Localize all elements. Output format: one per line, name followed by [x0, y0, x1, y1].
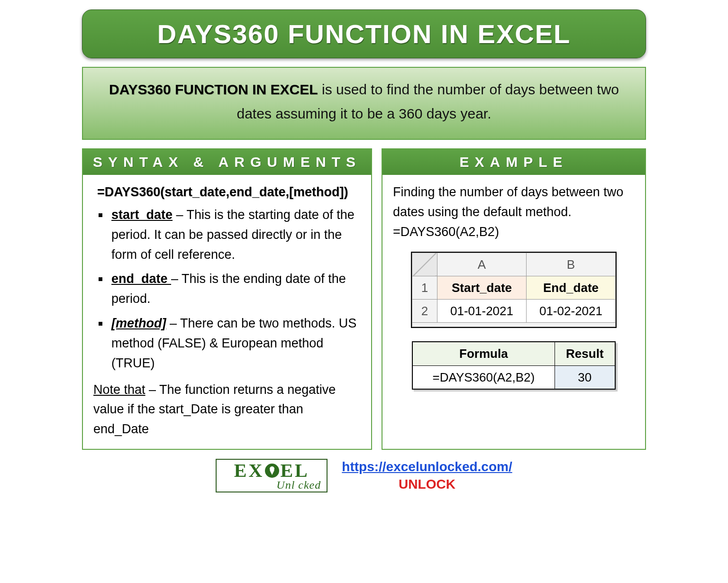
cell-a2: 01-01-2021	[437, 300, 527, 323]
logo-text-right: EL	[280, 462, 309, 480]
result-value: 30	[555, 365, 615, 389]
result-formula: =DAYS360(A2,B2)	[412, 365, 555, 389]
example-formula-text: =DAYS360(A2,B2)	[393, 225, 499, 239]
result-header-result: Result	[555, 342, 615, 365]
syntax-header: SYNTAX & ARGUMENTS	[83, 149, 371, 175]
description-lead: DAYS360 FUNCTION IN EXCEL	[109, 82, 318, 97]
syntax-formula: =DAYS360(start_date,end_date,[method])	[97, 182, 361, 202]
argname-start-date: start_date	[111, 208, 173, 222]
logo-text-left: EX	[234, 462, 264, 480]
title-bar: DAYS360 FUNCTION IN EXCEL	[82, 9, 646, 58]
cell-b1: End_date	[527, 276, 616, 299]
note-label: Note that	[93, 383, 146, 397]
description-box: DAYS360 FUNCTION IN EXCEL is used to fin…	[82, 67, 646, 140]
example-description: Finding the number of days between two d…	[393, 182, 635, 242]
keyhole-icon	[265, 464, 279, 478]
argument-list: start_date – This is the starting date o…	[93, 205, 361, 373]
example-sheet: A B 1 Start_date End_date 2 01-01-2021 0…	[411, 252, 617, 328]
footer: EX EL Unl cked https://excelunlocked.com…	[82, 458, 646, 493]
page-title: DAYS360 FUNCTION IN EXCEL	[97, 18, 631, 49]
arg-method: [method] – There can be two methods. US …	[109, 314, 361, 373]
rowhead-2: 2	[412, 300, 437, 323]
arg-start-date: start_date – This is the starting date o…	[109, 205, 361, 265]
example-text-line: Finding the number of days between two d…	[393, 185, 623, 219]
example-panel: EXAMPLE Finding the number of days betwe…	[382, 148, 646, 450]
arg-end-date: end_date – This is the ending date of th…	[109, 269, 361, 309]
syntax-note: Note that – The function returns a negat…	[93, 380, 361, 440]
cell-a1: Start_date	[437, 276, 527, 299]
example-header: EXAMPLE	[382, 149, 645, 175]
rowhead-1: 1	[412, 276, 437, 299]
footer-unlock-text: UNLOCK	[342, 476, 512, 493]
result-table: Formula Result =DAYS360(A2,B2) 30	[412, 341, 616, 390]
sheet-footer-strip	[412, 323, 616, 327]
cell-b2: 01-02-2021	[527, 300, 616, 323]
syntax-panel: SYNTAX & ARGUMENTS =DAYS360(start_date,e…	[82, 148, 372, 450]
result-header-formula: Formula	[412, 342, 555, 365]
footer-link[interactable]: https://excelunlocked.com/	[342, 459, 512, 474]
sheet-corner	[412, 253, 437, 276]
colhead-b: B	[527, 253, 616, 276]
logo-subtext: Unl cked	[219, 480, 324, 491]
colhead-a: A	[437, 253, 527, 276]
argname-method: [method]	[111, 316, 166, 330]
argname-end-date: end_date	[111, 272, 171, 286]
logo: EX EL Unl cked	[216, 459, 328, 492]
